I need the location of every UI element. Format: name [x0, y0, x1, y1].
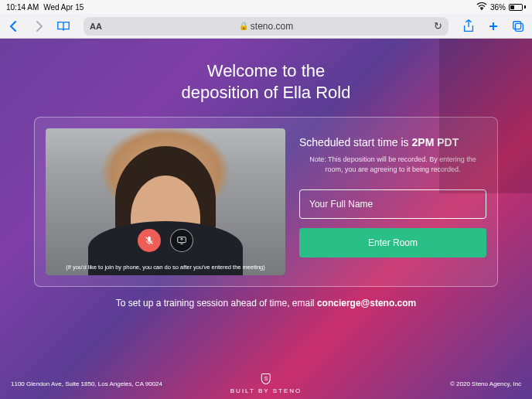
back-button[interactable] [5, 17, 23, 36]
svg-rect-2 [515, 23, 523, 31]
share-button[interactable] [459, 17, 478, 36]
page-content: Welcome to the deposition of Ella Rold (… [0, 39, 532, 399]
bookmarks-button[interactable] [54, 17, 73, 36]
video-join-note: (If you'd like to join by phone, you can… [46, 264, 285, 271]
footer-brand: BUILT BY STENO [230, 387, 302, 394]
page-heading: Welcome to the deposition of Ella Rold [0, 39, 532, 117]
lock-icon: 🔒 [239, 22, 248, 30]
forward-button[interactable] [29, 17, 48, 36]
refresh-button[interactable]: ↻ [434, 20, 442, 32]
text-size-button[interactable]: AA [90, 22, 102, 31]
full-name-input[interactable] [299, 189, 486, 219]
wifi-icon [476, 2, 487, 12]
heading-line-2: deposition of Ella Rold [0, 82, 532, 104]
battery-percent: 36% [490, 3, 506, 12]
mute-mic-button[interactable] [138, 229, 161, 252]
join-card: (If you'd like to join by phone, you can… [34, 117, 498, 287]
join-form: Scheduled start time is 2PM PDT Note: Th… [299, 128, 486, 275]
safari-toolbar: AA 🔒 steno.com ↻ [0, 14, 532, 39]
status-time: 10:14 AM [6, 3, 39, 12]
page-footer: 1100 Glendon Ave, Suite 1850, Los Angele… [0, 368, 532, 399]
svg-rect-1 [513, 21, 521, 29]
url-text: steno.com [251, 21, 293, 32]
footer-address: 1100 Glendon Ave, Suite 1850, Los Angele… [11, 380, 162, 387]
video-preview: (If you'd like to join by phone, you can… [46, 128, 285, 275]
screen-share-button[interactable] [170, 229, 193, 252]
footer-copyright: © 2020 Steno Agency, Inc [450, 380, 521, 387]
enter-room-button[interactable]: Enter Room [299, 228, 486, 257]
concierge-email[interactable]: concierge@steno.com [317, 298, 416, 309]
new-tab-button[interactable] [484, 17, 503, 36]
status-date: Wed Apr 15 [43, 3, 84, 12]
steno-shield-icon: S [261, 373, 271, 384]
address-bar[interactable]: AA 🔒 steno.com ↻ [84, 17, 448, 36]
heading-line-1: Welcome to the [0, 60, 532, 82]
scheduled-time: Scheduled start time is 2PM PDT [299, 136, 486, 148]
training-text: To set up a training session ahead of ti… [0, 298, 532, 309]
battery-icon [509, 4, 526, 11]
recording-note: Note: This deposition will be recorded. … [299, 155, 486, 174]
svg-point-0 [481, 9, 483, 10]
tabs-button[interactable] [509, 17, 527, 36]
ios-status-bar: 10:14 AM Wed Apr 15 36% [0, 0, 532, 14]
